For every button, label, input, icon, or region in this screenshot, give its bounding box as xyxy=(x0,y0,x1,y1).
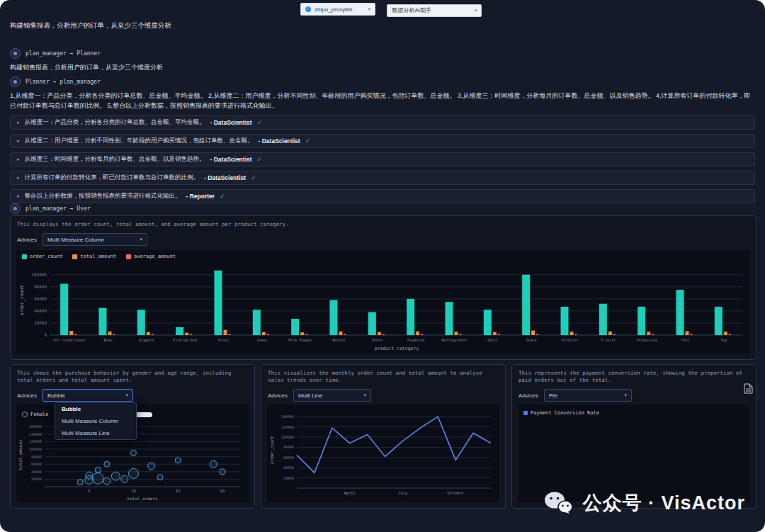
svg-text:40000: 40000 xyxy=(31,470,42,474)
legend-item[interactable]: average_amount xyxy=(126,254,176,259)
task-label: 从维度一：产品分类，分析各分类的订单总数、总金额、平均金额。 xyxy=(25,118,205,127)
chevron-right-icon: ▸ xyxy=(17,175,20,181)
svg-text:Fishing Rod: Fishing Rod xyxy=(174,338,197,343)
svg-text:40000: 40000 xyxy=(283,465,294,470)
task-label: 从维度二：用户维度，分析不同性别、年龄段的用户购买情况，包括订单数、总金额。 xyxy=(25,137,254,145)
app-window: zhipu_proxyllm ▾ 数据分析AI助手 ▾ 构建销售报表，分析用户的… xyxy=(0,0,765,532)
message-body: 构建销售报表，分析用户的订单，从至少三个维度分析 xyxy=(10,62,755,72)
task-agent: - DataScientist xyxy=(210,156,252,163)
svg-text:April: April xyxy=(344,491,356,496)
task-label: 整合以上分析数据，按照销售报表的要求进行格式化输出。 xyxy=(25,192,181,200)
chevron-right-icon: ▸ xyxy=(17,120,20,125)
watermark: 公众号 · VisActor xyxy=(544,490,745,516)
dropdown-option[interactable]: Bubble xyxy=(55,403,136,415)
user-prompt: 构建销售报表，分析用户的订单，从至少三个维度分析 xyxy=(10,21,171,30)
svg-text:T-shirt: T-shirt xyxy=(601,338,616,342)
legend-label: average_amount xyxy=(134,254,176,259)
task-agent: - Reporter xyxy=(186,193,215,200)
svg-text:100000: 100000 xyxy=(29,447,42,451)
check-icon: ✓ xyxy=(257,119,263,126)
svg-text:order_count: order_count xyxy=(19,285,25,315)
task-row[interactable]: ▸从维度三：时间维度，分析每月的订单数、总金额、以及销售趋势。- DataSci… xyxy=(10,152,755,166)
chevron-down-icon: ▾ xyxy=(140,237,143,242)
check-icon: ✓ xyxy=(257,156,263,163)
legend-swatch xyxy=(126,254,131,259)
legend-marker xyxy=(22,412,28,417)
legend-item[interactable]: total_amount xyxy=(72,254,116,259)
legend-marker xyxy=(523,411,528,415)
svg-text:80000: 80000 xyxy=(31,455,42,459)
agent-avatar xyxy=(10,203,21,214)
dropdown-option[interactable]: Multi Measure Column xyxy=(55,415,136,427)
chevron-down-icon: ▾ xyxy=(364,392,367,398)
advices-dropdown-menu: BubbleMulti Measure ColumnMulti Measure … xyxy=(55,402,137,440)
svg-text:Milk Powder: Milk Powder xyxy=(289,338,312,342)
message-planner-to-plan-manager: Planner → plan_manager 1,从维度一：产品分类，分析各分类… xyxy=(10,77,755,111)
svg-text:20000: 20000 xyxy=(283,476,294,480)
assistant-select[interactable]: 数据分析AI助手 ▾ xyxy=(387,4,482,17)
model-select[interactable]: zhipu_proxyllm ▾ xyxy=(300,3,375,16)
task-row[interactable]: ▸计算所有订单的付款转化率，即已付款订单数与总订单数的比例。- DataScie… xyxy=(10,171,755,185)
bar-chart: order_counttotal_amountaverage_amount 02… xyxy=(16,250,750,353)
legend-swatch xyxy=(72,254,77,259)
svg-text:5: 5 xyxy=(88,489,90,493)
task-label: 从维度三：时间维度，分析每月的订单数、总金额、以及销售趋势。 xyxy=(25,155,205,164)
chevron-right-icon: ▸ xyxy=(17,193,20,199)
legend-item[interactable]: Payment Conversion Rate xyxy=(523,410,599,416)
message-plan-manager-to-user: plan_manager → User xyxy=(10,203,755,214)
svg-text:0: 0 xyxy=(44,332,47,337)
legend-label: Female xyxy=(30,412,48,417)
legend-item[interactable]: Female xyxy=(22,412,48,417)
legend-swatch xyxy=(22,254,27,259)
legend-label: Payment Conversion Rate xyxy=(531,410,599,416)
svg-text:July: July xyxy=(398,491,408,496)
svg-text:Fruit: Fruit xyxy=(218,338,229,342)
task-row[interactable]: ▸整合以上分析数据，按照销售报表的要求进行格式化输出。- Reporter✓ xyxy=(10,189,755,203)
pie-chart: Payment Conversion Rate xyxy=(518,404,750,502)
conversion-analysis-panel: This represents the payment conversion r… xyxy=(511,364,756,509)
watermark-text: 公众号 · VisActor xyxy=(582,490,745,516)
svg-text:Powdered: Powdered xyxy=(407,338,424,342)
message-body: 1,从维度一：产品分类，分析各分类的订单总数、总金额、平均金额。 2,从维度二：… xyxy=(10,91,755,111)
svg-text:Mutton: Mutton xyxy=(332,338,345,342)
svg-text:20000: 20000 xyxy=(31,477,42,481)
task-agent: - DataScientist xyxy=(210,119,252,126)
line-chart: 20000400006000080000100000120000140000Ap… xyxy=(267,404,499,502)
panel-description: This represents the payment conversion r… xyxy=(518,370,749,384)
svg-text:Television: Television xyxy=(636,338,657,342)
chevron-down-icon: ▾ xyxy=(625,392,628,398)
svg-text:120000: 120000 xyxy=(281,425,294,429)
advices-select[interactable]: Pie ▾ xyxy=(544,389,632,402)
svg-text:140000: 140000 xyxy=(29,432,42,436)
model-select-value: zhipu_proxyllm xyxy=(314,6,352,13)
advices-label: Advices xyxy=(268,392,288,399)
dropdown-option[interactable]: Multi Measure Line xyxy=(55,427,136,439)
advices-select-value: Multi Measure Column xyxy=(47,237,104,243)
panel-description: This visualizes the monthly order count … xyxy=(268,370,499,384)
advices-select[interactable]: Multi Line ▾ xyxy=(293,389,371,402)
legend-label: order_count xyxy=(30,254,62,259)
bar-chart-plot: 020000400006000080000100000order_countAi… xyxy=(16,263,750,352)
wechat-icon xyxy=(544,491,574,515)
chart-legend: order_counttotal_amountaverage_amount xyxy=(22,254,186,259)
message-title: plan_manager → User xyxy=(26,205,91,212)
svg-text:Air conditioner: Air conditioner xyxy=(54,338,86,342)
chevron-right-icon: ▸ xyxy=(17,138,20,144)
model-icon xyxy=(305,6,311,12)
check-icon: ✓ xyxy=(220,193,225,200)
svg-text:product_category: product_category xyxy=(375,346,419,351)
chevron-down-icon: ▾ xyxy=(475,8,477,13)
report-doc-icon[interactable] xyxy=(744,383,753,397)
task-list: ▸从维度一：产品分类，分析各分类的订单总数、总金额、平均金额。- DataSci… xyxy=(10,115,755,208)
category-analysis-panel: This displays the order count, total amo… xyxy=(10,215,756,360)
task-row[interactable]: ▸从维度一：产品分类，分析各分类的订单总数、总金额、平均金额。- DataSci… xyxy=(10,115,755,130)
advices-select[interactable]: Bubble ▾ xyxy=(42,389,133,402)
advices-select[interactable]: Multi Measure Column ▾ xyxy=(42,233,147,246)
svg-text:20: 20 xyxy=(220,489,225,493)
svg-text:80000: 80000 xyxy=(34,284,47,289)
advices-label: Advices xyxy=(518,392,538,399)
check-icon: ✓ xyxy=(251,174,256,181)
task-row[interactable]: ▸从维度二：用户维度，分析不同性别、年龄段的用户购买情况，包括订单数、总金额。-… xyxy=(10,134,755,148)
agent-avatar xyxy=(10,77,21,87)
legend-item[interactable]: order_count xyxy=(22,254,62,259)
